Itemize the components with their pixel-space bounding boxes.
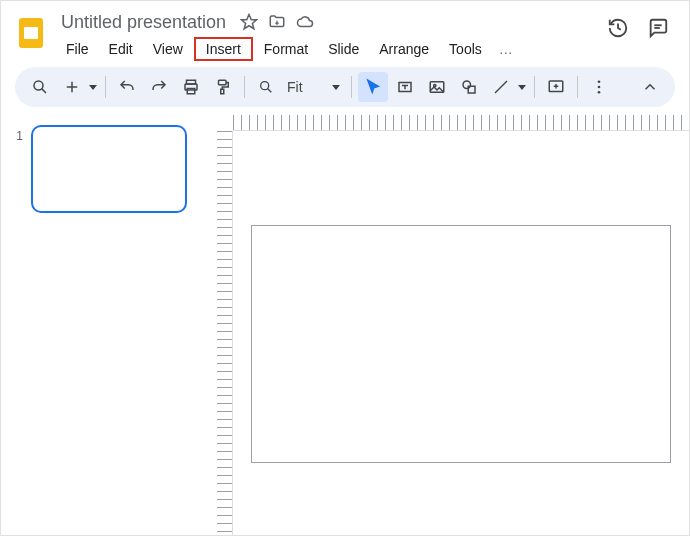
- svg-rect-1: [24, 27, 38, 39]
- menu-bar: File Edit View Insert Format Slide Arran…: [57, 35, 607, 67]
- shape-button[interactable]: [454, 72, 484, 102]
- slide-canvas[interactable]: [251, 225, 671, 463]
- textbox-button[interactable]: [390, 72, 420, 102]
- separator: [244, 76, 245, 98]
- line-dropdown[interactable]: [516, 82, 528, 92]
- search-menus-button[interactable]: [25, 72, 55, 102]
- new-slide-button[interactable]: [57, 72, 87, 102]
- svg-point-31: [597, 86, 600, 89]
- slides-logo[interactable]: [13, 15, 49, 51]
- svg-rect-13: [219, 80, 227, 85]
- svg-marker-26: [518, 85, 526, 90]
- menu-insert[interactable]: Insert: [194, 37, 253, 61]
- line-button[interactable]: [486, 72, 516, 102]
- svg-line-25: [495, 81, 507, 93]
- paint-format-button[interactable]: [208, 72, 238, 102]
- svg-marker-17: [332, 85, 340, 90]
- menu-slide[interactable]: Slide: [319, 37, 368, 61]
- svg-point-32: [597, 91, 600, 94]
- menu-edit[interactable]: Edit: [100, 37, 142, 61]
- svg-line-6: [42, 89, 46, 93]
- menu-more[interactable]: …: [493, 37, 519, 61]
- svg-line-16: [268, 89, 272, 93]
- menu-file[interactable]: File: [57, 37, 98, 61]
- print-button[interactable]: [176, 72, 206, 102]
- separator: [577, 76, 578, 98]
- thumbnail-number: 1: [9, 125, 23, 143]
- collapse-toolbar-button[interactable]: [635, 72, 665, 102]
- svg-marker-9: [89, 85, 97, 90]
- svg-point-5: [34, 81, 43, 90]
- separator: [534, 76, 535, 98]
- history-icon[interactable]: [607, 17, 629, 42]
- vertical-ruler[interactable]: [217, 131, 233, 536]
- star-icon[interactable]: [240, 13, 258, 31]
- horizontal-ruler[interactable]: [233, 115, 689, 131]
- svg-rect-14: [221, 89, 224, 94]
- undo-button[interactable]: [112, 72, 142, 102]
- svg-point-15: [261, 82, 269, 90]
- menu-view[interactable]: View: [144, 37, 192, 61]
- menu-arrange[interactable]: Arrange: [370, 37, 438, 61]
- zoom-dropdown[interactable]: Fit: [283, 79, 345, 95]
- select-tool-button[interactable]: [358, 72, 388, 102]
- slide-thumbnails-panel: 1: [1, 115, 211, 536]
- image-button[interactable]: [422, 72, 452, 102]
- separator: [105, 76, 106, 98]
- comments-icon[interactable]: [647, 17, 669, 42]
- slide-thumbnail-1[interactable]: [31, 125, 187, 213]
- new-slide-dropdown[interactable]: [87, 82, 99, 92]
- separator: [351, 76, 352, 98]
- zoom-tool-button[interactable]: [251, 72, 281, 102]
- canvas-area: [211, 115, 689, 536]
- document-title[interactable]: Untitled presentation: [57, 10, 230, 35]
- more-tools-button[interactable]: [584, 72, 614, 102]
- cloud-status-icon[interactable]: [296, 13, 314, 31]
- svg-marker-2: [242, 15, 257, 29]
- zoom-label: Fit: [287, 79, 327, 95]
- svg-point-23: [463, 81, 471, 89]
- toolbar: Fit: [15, 67, 675, 107]
- redo-button[interactable]: [144, 72, 174, 102]
- menu-tools[interactable]: Tools: [440, 37, 491, 61]
- move-folder-icon[interactable]: [268, 13, 286, 31]
- svg-point-30: [597, 80, 600, 83]
- menu-format[interactable]: Format: [255, 37, 317, 61]
- add-comment-button[interactable]: [541, 72, 571, 102]
